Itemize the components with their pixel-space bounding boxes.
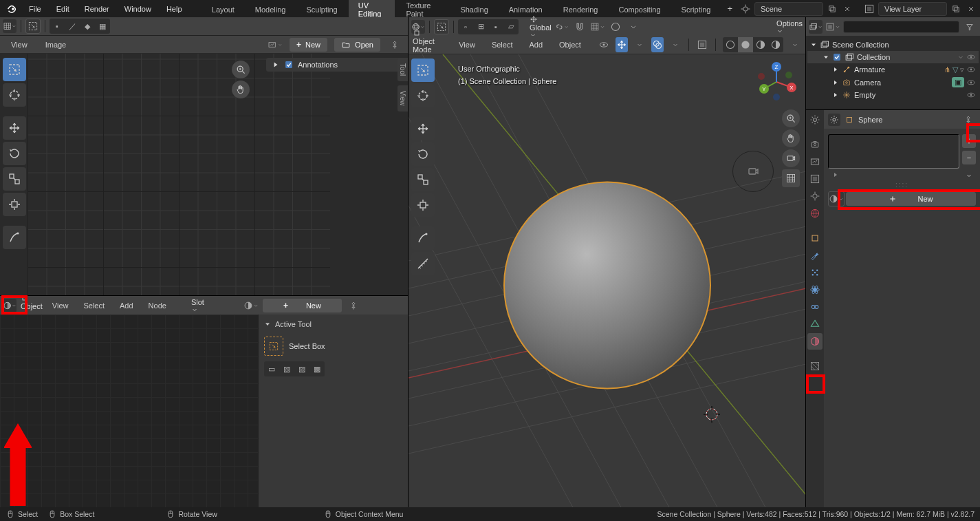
workspace-rendering[interactable]: Rendering [554, 2, 608, 17]
gizmo-visibility-icon[interactable] [598, 37, 610, 52]
vp-tool-annotate[interactable] [411, 226, 435, 250]
uv-menu-view[interactable]: View [6, 39, 33, 51]
tool-rotate[interactable] [3, 142, 26, 165]
tab-mesh-data[interactable] [807, 316, 823, 332]
gizmo-toggle-icon[interactable] [616, 37, 628, 52]
select-mode-set-icon[interactable]: ▭ [264, 361, 279, 376]
outliner-tree[interactable]: Scene Collection Collection Armature ⋔▽▿ [806, 36, 980, 109]
vp-tool-move[interactable] [411, 117, 435, 140]
tab-constraints[interactable] [807, 299, 823, 315]
visibility-icon[interactable] [966, 52, 976, 62]
tab-world[interactable] [807, 205, 823, 222]
new-viewlayer-icon[interactable] [950, 3, 962, 15]
viewport-canvas[interactable]: User Orthographic (1) Scene Collection |… [409, 54, 805, 507]
tab-scene[interactable] [807, 188, 823, 204]
tab-render[interactable] [807, 136, 823, 153]
props-pin-icon[interactable] [961, 112, 976, 127]
workspace-scripting[interactable]: Scripting [672, 2, 721, 17]
pivot-point-icon[interactable] [554, 19, 569, 34]
visibility-icon[interactable] [966, 65, 976, 74]
editor-type-props-icon[interactable] [828, 114, 840, 126]
side-tab-view[interactable]: View [398, 85, 408, 111]
tool-annotate[interactable] [3, 226, 26, 249]
shader-menu-select[interactable]: Select [78, 299, 110, 312]
editor-type-shader-icon[interactable] [3, 299, 17, 312]
tree-scene-collection[interactable]: Scene Collection [807, 39, 979, 51]
tool-move[interactable] [3, 116, 26, 140]
shading-options-icon[interactable] [789, 37, 801, 52]
scene-browse-icon[interactable] [739, 3, 752, 15]
new-scene-icon[interactable] [826, 3, 838, 15]
xray-toggle-icon[interactable] [696, 37, 708, 52]
viewport-options-dropdown[interactable]: Options [776, 19, 803, 34]
uv-island-select-icon[interactable]: ▦ [95, 19, 110, 34]
shading-wireframe-icon[interactable] [723, 37, 738, 52]
workspace-shading[interactable]: Shading [450, 2, 497, 17]
menu-help[interactable]: Help [160, 2, 189, 16]
shading-matprev-icon[interactable] [753, 37, 768, 52]
snap-increment-icon[interactable]: ⊞ [473, 19, 488, 34]
vp-tool-scale[interactable] [411, 168, 435, 191]
zoom-icon[interactable] [232, 61, 250, 78]
snap-magnet-icon[interactable] [572, 19, 587, 34]
tab-output[interactable] [807, 153, 823, 170]
overlays-options-icon[interactable] [669, 37, 682, 52]
tree-camera[interactable]: Camera ▣ [807, 76, 979, 89]
shader-pin-icon[interactable] [346, 298, 361, 313]
vp-menu-view[interactable]: View [453, 39, 481, 51]
vp-tool-cursor[interactable] [411, 84, 435, 107]
snap-settings-icon[interactable] [590, 19, 605, 34]
menu-window[interactable]: Window [118, 2, 158, 16]
shader-new-material-button[interactable]: +New [263, 299, 342, 312]
material-slot-list[interactable] [828, 134, 959, 169]
pan-hand-icon[interactable] [232, 81, 250, 98]
vp-tool-box-select[interactable] [411, 59, 435, 82]
tab-modifiers[interactable] [807, 247, 823, 264]
vp-menu-add[interactable]: Add [523, 39, 548, 51]
uv-menu-image[interactable]: Image [40, 39, 72, 51]
vp-menu-object[interactable]: Object [554, 39, 587, 51]
uv-vert-select-icon[interactable]: ▪ [50, 19, 65, 34]
vp-tool-rotate[interactable] [411, 142, 435, 166]
shader-node-canvas[interactable] [0, 315, 258, 507]
select-mode-extend-icon[interactable]: ▧ [279, 361, 294, 376]
uv-face-select-icon[interactable]: ◆ [80, 19, 95, 34]
nav-pan-icon[interactable] [782, 129, 800, 147]
snap-vertex-icon[interactable]: ▪ [488, 19, 503, 34]
editor-type-outliner-icon[interactable] [809, 20, 823, 34]
tab-particles[interactable] [807, 264, 823, 281]
outliner-search-input[interactable] [843, 21, 959, 33]
visibility-icon[interactable] [966, 90, 976, 100]
side-tab-tool[interactable]: Tool [398, 58, 408, 81]
workspace-sculpting[interactable]: Sculpting [296, 2, 347, 17]
shader-type-dropdown[interactable]: Object [21, 294, 43, 317]
shader-menu-node[interactable]: Node [143, 299, 172, 312]
view-axis-gizmo[interactable]: X Y Z [756, 61, 797, 103]
delete-viewlayer-icon[interactable] [965, 3, 977, 15]
viewlayer-name-input[interactable] [878, 2, 947, 16]
shading-rendered-icon[interactable] [768, 37, 783, 52]
tab-object[interactable] [807, 230, 823, 246]
nav-persp-icon[interactable] [782, 169, 800, 187]
uv-new-image-button[interactable]: +New [290, 38, 327, 52]
select-mode-subtract-icon[interactable]: ▨ [294, 361, 309, 376]
tool-box-select[interactable] [3, 58, 26, 81]
tool-cursor[interactable] [3, 83, 26, 107]
tool-transform[interactable] [3, 193, 26, 216]
new-material-button[interactable]: New [846, 192, 976, 206]
workspace-compositing[interactable]: Compositing [609, 2, 670, 17]
shader-menu-add[interactable]: Add [114, 299, 139, 312]
tab-texture[interactable] [807, 358, 823, 374]
nav-camera-icon[interactable] [782, 149, 800, 167]
orientation-dropdown[interactable]: Global [530, 15, 552, 39]
annotations-panel-header[interactable]: Annotations [266, 58, 404, 72]
nav-zoom-icon[interactable] [782, 109, 800, 127]
uv-pin-icon[interactable] [387, 37, 402, 52]
tab-material[interactable] [807, 333, 823, 350]
proportional-falloff-icon[interactable] [626, 19, 641, 34]
uv-edge-select-icon[interactable]: ／ [65, 19, 80, 34]
outliner-filter-icon[interactable] [962, 19, 977, 34]
visibility-icon[interactable] [966, 78, 976, 87]
tab-viewlayer[interactable] [807, 171, 823, 187]
snap-element-icon[interactable]: ▫ [458, 19, 473, 34]
